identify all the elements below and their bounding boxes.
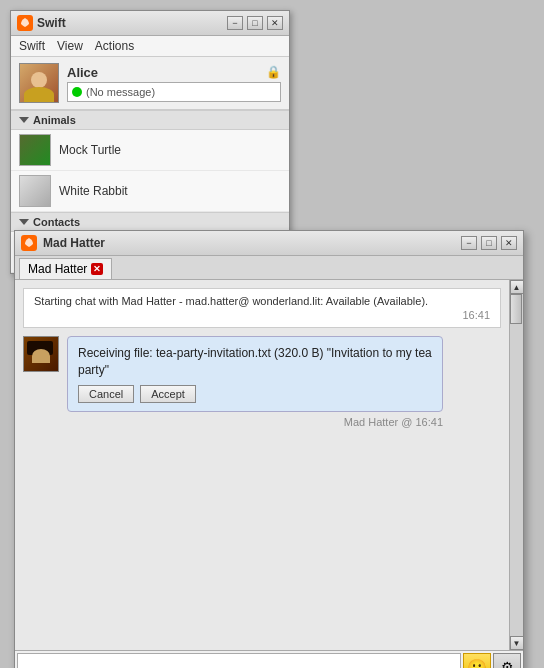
file-bubble-container: Receiving file: tea-party-invitation.txt…: [67, 336, 443, 428]
swift-titlebar: Swift − □ ✕: [11, 11, 289, 36]
mock-turtle-avatar: [19, 134, 51, 166]
chat-minimize-button[interactable]: −: [461, 236, 477, 250]
profile-status-text: (No message): [86, 86, 155, 98]
menu-bar: Swift View Actions: [11, 36, 289, 57]
chat-titlebar-left: Mad Hatter: [21, 235, 105, 251]
profile-section: Alice 🔒 (No message): [11, 57, 289, 110]
emoji-button[interactable]: 🙂: [463, 653, 491, 668]
chat-app-icon: [21, 235, 37, 251]
system-message-text: Starting chat with Mad Hatter - mad.hatt…: [34, 295, 428, 307]
titlebar-controls: − □ ✕: [227, 16, 283, 30]
profile-right: Alice 🔒 (No message): [67, 65, 281, 102]
chat-body: Starting chat with Mad Hatter - mad.hatt…: [15, 280, 523, 650]
cancel-file-button[interactable]: Cancel: [78, 385, 134, 403]
contact-mock-turtle[interactable]: Mock Turtle: [11, 130, 289, 171]
contact-white-rabbit[interactable]: White Rabbit: [11, 171, 289, 212]
accept-file-button[interactable]: Accept: [140, 385, 196, 403]
scrollbar-thumb-area: [510, 294, 523, 636]
menu-view[interactable]: View: [57, 39, 83, 53]
chat-maximize-button[interactable]: □: [481, 236, 497, 250]
profile-name: Alice 🔒: [67, 65, 281, 80]
profile-name-text: Alice: [67, 65, 98, 80]
group-header-contacts[interactable]: Contacts: [11, 212, 289, 232]
group-header-animals[interactable]: Animals: [11, 110, 289, 130]
settings-button[interactable]: ⚙: [493, 653, 521, 668]
scrollbar-down-button[interactable]: ▼: [510, 636, 524, 650]
chat-titlebar-controls: − □ ✕: [461, 236, 517, 250]
group-contacts-label: Contacts: [33, 216, 80, 228]
system-message: Starting chat with Mad Hatter - mad.hatt…: [23, 288, 501, 328]
collapse-animals-icon: [19, 117, 29, 123]
chat-titlebar: Mad Hatter − □ ✕: [15, 231, 523, 256]
tab-close-icon[interactable]: ✕: [91, 263, 103, 275]
chat-tab-label: Mad Hatter: [28, 262, 87, 276]
chat-input[interactable]: [17, 653, 461, 668]
chat-tabs: Mad Hatter ✕: [15, 256, 523, 280]
file-message-text: Receiving file: tea-party-invitation.txt…: [78, 345, 432, 379]
chat-messages: Starting chat with Mad Hatter - mad.hatt…: [15, 280, 509, 650]
system-message-time: 16:41: [34, 309, 490, 321]
file-bubble: Receiving file: tea-party-invitation.txt…: [67, 336, 443, 412]
chat-window-title: Mad Hatter: [43, 236, 105, 250]
menu-swift[interactable]: Swift: [19, 39, 45, 53]
mad-hatter-chat-avatar: [23, 336, 59, 372]
mock-turtle-name: Mock Turtle: [59, 143, 121, 157]
status-dot-green: [72, 87, 82, 97]
chat-window: Mad Hatter − □ ✕ Mad Hatter ✕ Starting c…: [14, 230, 524, 668]
white-rabbit-avatar: [19, 175, 51, 207]
close-button[interactable]: ✕: [267, 16, 283, 30]
white-rabbit-name: White Rabbit: [59, 184, 128, 198]
profile-avatar: [19, 63, 59, 103]
swift-window-title: Swift: [37, 16, 66, 30]
scrollbar-up-button[interactable]: ▲: [510, 280, 524, 294]
chat-close-button[interactable]: ✕: [501, 236, 517, 250]
chat-scrollbar[interactable]: ▲ ▼: [509, 280, 523, 650]
swift-app-icon: [17, 15, 33, 31]
chat-footer: 🙂 ⚙: [15, 650, 523, 668]
scrollbar-thumb[interactable]: [510, 294, 522, 324]
maximize-button[interactable]: □: [247, 16, 263, 30]
group-animals-label: Animals: [33, 114, 76, 126]
lock-icon: 🔒: [266, 65, 281, 79]
file-transfer-message: Receiving file: tea-party-invitation.txt…: [23, 336, 443, 428]
file-action-buttons: Cancel Accept: [78, 385, 432, 403]
profile-status-display[interactable]: (No message): [67, 82, 281, 102]
file-sender-info: Mad Hatter @ 16:41: [67, 416, 443, 428]
minimize-button[interactable]: −: [227, 16, 243, 30]
collapse-contacts-icon: [19, 219, 29, 225]
menu-actions[interactable]: Actions: [95, 39, 134, 53]
profile-avatar-img: [20, 64, 58, 102]
titlebar-left: Swift: [17, 15, 66, 31]
chat-tab-mad-hatter[interactable]: Mad Hatter ✕: [19, 258, 112, 279]
